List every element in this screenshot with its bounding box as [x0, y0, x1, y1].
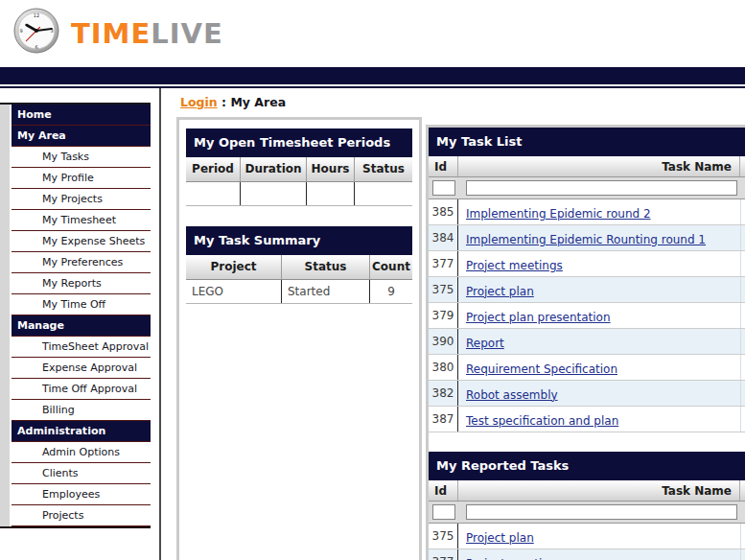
sidebar-item-employees[interactable]: Employees [12, 484, 151, 505]
column-header-task-name: Task Name [458, 480, 740, 501]
task-row: 385Implementing Epidemic round 2 [429, 199, 745, 225]
sidebar-item-my-tasks[interactable]: My Tasks [12, 147, 151, 168]
open-timesheet-periods-title: My Open Timesheet Periods [186, 128, 412, 157]
task-name-cell: Implementing Epidemic round 2 [458, 203, 740, 222]
timelive-page: 12 3 6 9 TIMELIVE HomeMy AreaMy TasksMy … [0, 0, 745, 560]
sidebar-item-expense-approval[interactable]: Expense Approval [12, 358, 151, 379]
task-name-cell: Project plan [458, 527, 740, 546]
task-name-filter-input[interactable] [466, 504, 737, 520]
sidebar-section-administration[interactable]: Administration [12, 421, 151, 442]
sidebar-item-projects[interactable]: Projects [12, 505, 151, 526]
task-extra-cell [740, 199, 745, 224]
sidebar-item-my-reports[interactable]: My Reports [12, 273, 151, 294]
task-link[interactable]: Robot assembly [466, 388, 558, 402]
task-row: 384Implementing Epidemic Rounting round … [429, 225, 745, 251]
sidebar-item-my-preferences[interactable]: My Preferences [12, 252, 151, 273]
table-body: LEGOStarted9 [186, 280, 412, 304]
task-name-filter-input[interactable] [466, 180, 737, 196]
id-filter-input[interactable] [432, 180, 455, 196]
task-name-cell: Test specification and plan [458, 410, 740, 429]
task-row: 379Project plan presentation [429, 303, 745, 329]
task-row: 377Project meetings [429, 251, 745, 277]
sidebar-item-time-off-approval[interactable]: Time Off Approval [12, 379, 151, 400]
table-cell: 9 [370, 280, 412, 303]
sidebar-item-clients[interactable]: Clients [12, 463, 151, 484]
sidebar-item-my-expense-sheets[interactable]: My Expense Sheets [12, 231, 151, 252]
task-extra-cell [740, 303, 745, 328]
task-id-cell: 375 [429, 524, 458, 548]
grid-header-row: Id Task Name [429, 480, 745, 502]
sidebar-item-my-time-off[interactable]: My Time Off [12, 294, 151, 315]
id-filter-input[interactable] [432, 504, 455, 520]
task-summary-title: My Task Summary [186, 226, 412, 255]
column-header-id: Id [429, 480, 458, 501]
task-name-cell: Project plan presentation [458, 307, 740, 325]
task-extra-cell [740, 277, 745, 302]
table-row: LEGOStarted9 [186, 280, 412, 304]
column-header-extra [740, 156, 745, 176]
task-extra-cell [740, 251, 745, 276]
my-reported-tasks-table: My Reported Tasks Id Task Name 375Projec… [429, 452, 745, 560]
task-link[interactable]: Project plan presentation [466, 311, 611, 324]
sidebar-left-strip [0, 104, 10, 526]
task-link[interactable]: Project plan [466, 531, 534, 545]
table-header-row: Project Status Count [186, 255, 412, 280]
my-reported-tasks-title: My Reported Tasks [429, 452, 745, 480]
column-header-id: Id [429, 156, 458, 176]
task-extra-cell [740, 329, 745, 354]
table-cell: LEGO [186, 280, 282, 303]
column-header-period: Period [186, 157, 241, 181]
task-extra-cell [740, 355, 745, 380]
sidebar-item-admin-options[interactable]: Admin Options [12, 442, 151, 463]
task-name-cell: Project plan [458, 281, 740, 299]
task-link[interactable]: Implementing Epidemic round 2 [466, 207, 651, 221]
tasks-panel: My Task List Id Task Name 385Implementin… [426, 125, 745, 560]
task-name-cell: Project meetings [458, 255, 740, 273]
task-row: 377Project meetings [429, 549, 745, 560]
table-header-row: Period Duration Hours Status [186, 157, 412, 182]
task-id-cell: 387 [429, 407, 458, 432]
task-link[interactable]: Requirement Specification [466, 362, 617, 376]
sidebar-item-my-projects[interactable]: My Projects [12, 189, 151, 210]
column-header-status: Status [282, 255, 370, 279]
task-name-cell: Report [458, 333, 740, 351]
task-link[interactable]: Project meetings [466, 557, 563, 560]
login-link[interactable]: Login [180, 95, 218, 109]
sidebar-item-timesheet-approval[interactable]: TimeSheet Approval [12, 337, 151, 358]
column-header-extra [740, 480, 745, 501]
sidebar-item-my-timesheet[interactable]: My Timesheet [12, 210, 151, 231]
svg-text:12: 12 [34, 12, 39, 18]
sidebar-item-my-profile[interactable]: My Profile [12, 168, 151, 189]
grid-body: 385Implementing Epidemic round 2384Imple… [429, 199, 745, 432]
task-link[interactable]: Implementing Epidemic Rounting round 1 [466, 233, 706, 246]
top-navy-bar [0, 67, 745, 84]
column-header-project: Project [186, 255, 282, 279]
sidebar-section-my-area[interactable]: My Area [12, 126, 151, 147]
task-extra-cell [740, 225, 745, 250]
task-link[interactable]: Project meetings [466, 259, 563, 272]
my-task-list-title: My Task List [429, 128, 745, 156]
brand-logo: TIMELIVE [71, 17, 223, 50]
open-timesheet-periods-table: My Open Timesheet Periods Period Duratio… [186, 128, 412, 206]
my-task-list-table: My Task List Id Task Name 385Implementin… [429, 128, 745, 432]
sidebar-item-billing[interactable]: Billing [12, 400, 151, 421]
grid-header-row: Id Task Name [429, 156, 745, 177]
task-id-cell: 380 [429, 355, 458, 380]
task-link[interactable]: Test specification and plan [466, 414, 618, 428]
task-extra-cell [740, 407, 745, 432]
column-header-status: Status [355, 157, 412, 181]
task-name-cell: Implementing Epidemic Rounting round 1 [458, 229, 740, 247]
table-cell [186, 182, 241, 205]
breadcrumb: Login : My Area [180, 95, 286, 109]
table-body [186, 182, 412, 206]
task-id-cell: 377 [429, 251, 458, 276]
task-link[interactable]: Report [466, 337, 504, 350]
sidebar-section-manage[interactable]: Manage [12, 315, 151, 337]
sidebar-section-home[interactable]: Home [12, 105, 151, 126]
task-link[interactable]: Project plan [466, 285, 534, 298]
task-row: 390Report [429, 329, 745, 355]
task-name-cell: Robot assembly [458, 385, 740, 403]
table-cell [241, 182, 307, 205]
task-row: 382Robot assembly [429, 381, 745, 407]
table-cell [307, 182, 355, 205]
